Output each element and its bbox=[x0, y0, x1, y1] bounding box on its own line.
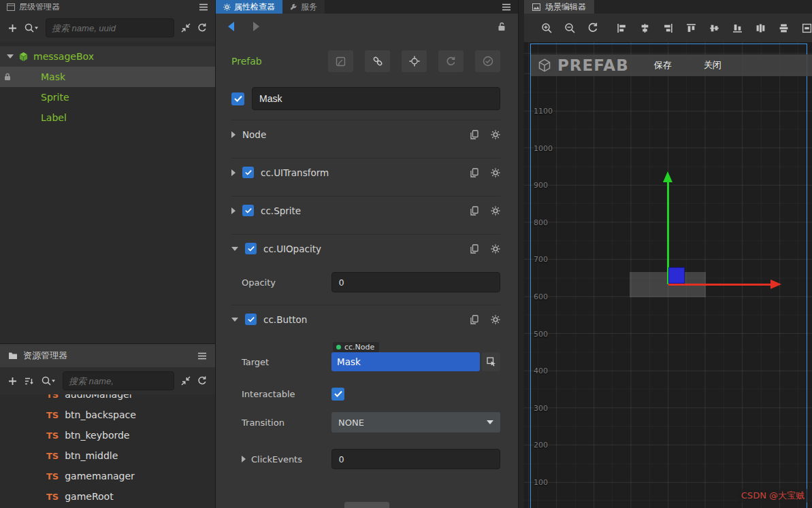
collapse-all-icon[interactable] bbox=[181, 23, 191, 33]
hierarchy-panel: 层级管理器 bbox=[0, 0, 215, 343]
node-picker-button[interactable] bbox=[482, 352, 500, 371]
reset-view-icon[interactable] bbox=[584, 19, 602, 37]
align-right-icon[interactable] bbox=[659, 19, 677, 37]
section-button[interactable]: cc.Button bbox=[231, 305, 500, 333]
gear-icon[interactable] bbox=[491, 315, 500, 324]
section-uitransform[interactable]: cc.UITransform bbox=[231, 158, 500, 186]
gear-icon[interactable] bbox=[491, 244, 500, 254]
gear-icon[interactable] bbox=[491, 206, 500, 216]
component-enabled-checkbox[interactable] bbox=[245, 314, 257, 325]
copy-icon[interactable] bbox=[470, 168, 478, 177]
tab-scene-editor[interactable]: 场景编辑器 bbox=[524, 0, 594, 14]
component-enabled-checkbox[interactable] bbox=[242, 205, 254, 216]
clickevents-count-input[interactable] bbox=[331, 449, 500, 469]
interactable-checkbox[interactable] bbox=[331, 388, 344, 401]
scene-viewport[interactable]: 1100 1000 900 800 700 600 500 400 300 20… bbox=[524, 42, 812, 508]
add-component-button[interactable] bbox=[344, 502, 389, 508]
sort-icon[interactable] bbox=[24, 377, 34, 386]
node-label: Mask bbox=[41, 71, 65, 82]
menu-icon[interactable] bbox=[199, 3, 208, 11]
menu-icon[interactable] bbox=[502, 3, 511, 11]
refresh-icon[interactable] bbox=[197, 376, 207, 386]
search-input[interactable] bbox=[69, 376, 168, 386]
chevron-down-icon[interactable] bbox=[231, 247, 238, 251]
distribute-horizontal-icon[interactable] bbox=[751, 19, 769, 37]
chevron-right-icon[interactable] bbox=[242, 456, 246, 462]
list-item[interactable]: TS audioManager bbox=[0, 394, 215, 405]
search-filter-icon[interactable] bbox=[24, 22, 39, 33]
zoom-out-icon[interactable] bbox=[561, 19, 579, 37]
tree-row-sprite[interactable]: Sprite bbox=[0, 87, 215, 107]
ruler-label: 600 bbox=[534, 292, 548, 301]
copy-icon[interactable] bbox=[470, 130, 478, 139]
transition-select[interactable]: NONE bbox=[331, 412, 500, 433]
node-name-row bbox=[231, 87, 500, 110]
prefab-banner-title: PREFAB bbox=[557, 56, 629, 74]
section-sprite[interactable]: cc.Sprite bbox=[231, 196, 500, 224]
prefab-banner: PREFAB 保存 关闭 bbox=[531, 54, 812, 76]
align-bottom-icon[interactable] bbox=[728, 19, 746, 37]
ruler-label: 1100 bbox=[534, 107, 553, 116]
lock-icon[interactable] bbox=[4, 73, 11, 81]
close-button[interactable]: 关闭 bbox=[704, 59, 721, 71]
gear-icon[interactable] bbox=[491, 168, 500, 177]
gizmo-xy-plane-handle[interactable] bbox=[668, 267, 685, 284]
forward-button[interactable] bbox=[253, 22, 259, 31]
list-item[interactable]: TS gamemanager bbox=[0, 466, 215, 486]
tree-row-label[interactable]: Label bbox=[0, 107, 215, 128]
chevron-down-icon[interactable] bbox=[231, 318, 238, 322]
gizmo-x-axis[interactable] bbox=[668, 284, 772, 286]
section-label: cc.Button bbox=[263, 314, 307, 325]
target-node-field[interactable]: Mask bbox=[331, 352, 480, 371]
component-enabled-checkbox[interactable] bbox=[242, 167, 254, 178]
reset-prefab-button[interactable] bbox=[438, 50, 464, 72]
tree-row-mask[interactable]: Mask bbox=[0, 67, 215, 87]
collapse-all-icon[interactable] bbox=[181, 376, 191, 386]
align-left-icon[interactable] bbox=[613, 19, 630, 37]
add-asset-button[interactable] bbox=[8, 377, 17, 386]
tab-services[interactable]: 服务 bbox=[282, 0, 325, 14]
unlock-icon[interactable] bbox=[498, 22, 506, 31]
node-name-input[interactable] bbox=[252, 87, 500, 110]
copy-icon[interactable] bbox=[470, 315, 478, 324]
search-filter-icon[interactable] bbox=[41, 375, 56, 386]
typescript-icon: TS bbox=[46, 471, 59, 481]
distribute-vertical-icon[interactable] bbox=[775, 19, 792, 37]
save-prefab-button[interactable] bbox=[475, 50, 500, 72]
copy-icon[interactable] bbox=[470, 244, 478, 254]
chevron-right-icon[interactable] bbox=[231, 131, 236, 138]
prefab-label: Prefab bbox=[231, 56, 262, 67]
tree-row-root[interactable]: messageBox bbox=[0, 46, 215, 67]
list-item[interactable]: TS btn_middle bbox=[0, 445, 215, 466]
list-item[interactable]: TS btn_backspace bbox=[0, 405, 215, 425]
list-item[interactable]: TS gameRoot bbox=[0, 486, 215, 507]
copy-icon[interactable] bbox=[470, 206, 478, 216]
align-top-icon[interactable] bbox=[682, 19, 700, 37]
add-node-button[interactable] bbox=[8, 24, 17, 33]
locate-prefab-button[interactable] bbox=[402, 50, 427, 72]
section-uiopacity[interactable]: cc.UIOpacity bbox=[231, 234, 500, 263]
align-center-horizontal-icon[interactable] bbox=[636, 19, 653, 37]
search-input[interactable] bbox=[52, 23, 168, 33]
back-button[interactable] bbox=[228, 22, 234, 31]
chevron-down-icon[interactable] bbox=[7, 54, 14, 58]
node-active-checkbox[interactable] bbox=[231, 92, 244, 105]
refresh-icon[interactable] bbox=[197, 23, 207, 33]
chevron-right-icon[interactable] bbox=[231, 207, 236, 214]
chevron-right-icon[interactable] bbox=[231, 169, 236, 176]
align-center-vertical-icon[interactable] bbox=[705, 19, 723, 37]
list-item[interactable]: TS btn_keyborde bbox=[0, 425, 215, 445]
component-enabled-checkbox[interactable] bbox=[245, 243, 257, 254]
align-stretch-icon[interactable] bbox=[798, 19, 812, 37]
unlink-prefab-button[interactable] bbox=[365, 50, 390, 72]
save-button[interactable]: 保存 bbox=[654, 59, 672, 71]
panel-icon bbox=[7, 3, 15, 11]
zoom-in-icon[interactable] bbox=[538, 19, 555, 37]
tab-properties[interactable]: 属性检查器 bbox=[216, 0, 282, 14]
edit-prefab-button[interactable] bbox=[328, 50, 353, 72]
gear-icon[interactable] bbox=[491, 130, 500, 139]
opacity-input[interactable] bbox=[331, 272, 500, 292]
menu-icon[interactable] bbox=[197, 352, 207, 360]
ruler-label: 200 bbox=[534, 441, 548, 450]
section-node[interactable]: Node bbox=[231, 120, 500, 148]
